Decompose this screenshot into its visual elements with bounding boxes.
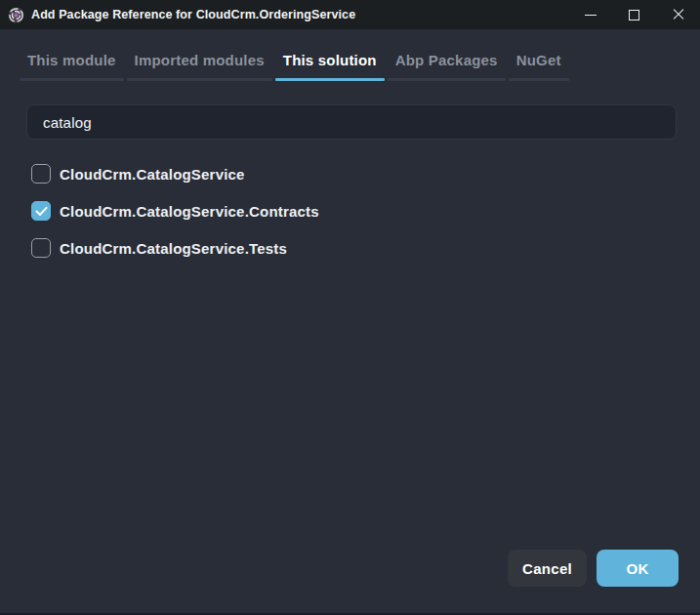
cancel-button[interactable]: Cancel [508, 550, 587, 587]
checkbox-checked-icon[interactable] [31, 201, 51, 221]
maximize-icon [629, 10, 639, 20]
package-row-catalogservice-contracts[interactable]: CloudCrm.CatalogService.Contracts [31, 201, 700, 221]
add-package-reference-dialog: Add Package Reference for CloudCrm.Order… [0, 0, 700, 615]
tab-nuget[interactable]: NuGet [509, 44, 569, 81]
dialog-footer: Cancel OK [508, 550, 679, 587]
checkbox-unchecked-icon[interactable] [31, 164, 51, 184]
abp-studio-logo-icon [8, 7, 24, 23]
search-container [0, 81, 700, 140]
package-row-catalogservice[interactable]: CloudCrm.CatalogService [31, 164, 700, 184]
package-list: CloudCrm.CatalogService CloudCrm.Catalog… [31, 164, 700, 258]
ok-button[interactable]: OK [597, 550, 679, 587]
package-name: CloudCrm.CatalogService [60, 166, 245, 183]
minimize-icon [585, 15, 597, 16]
window-title: Add Package Reference for CloudCrm.Order… [31, 8, 355, 21]
tab-this-module[interactable]: This module [20, 44, 124, 81]
minimize-button[interactable] [568, 0, 612, 29]
package-name: CloudCrm.CatalogService.Tests [60, 240, 287, 257]
tab-bar: This module Imported modules This soluti… [20, 44, 700, 81]
tab-this-solution[interactable]: This solution [275, 44, 385, 81]
close-button[interactable] [656, 0, 700, 29]
tab-imported-modules[interactable]: Imported modules [127, 44, 272, 81]
package-row-catalogservice-tests[interactable]: CloudCrm.CatalogService.Tests [31, 238, 700, 258]
package-name: CloudCrm.CatalogService.Contracts [60, 203, 319, 220]
tab-abp-packages[interactable]: Abp Packages [388, 44, 506, 81]
package-search-input[interactable] [26, 104, 677, 140]
close-icon [673, 9, 684, 20]
checkbox-unchecked-icon[interactable] [31, 238, 51, 258]
maximize-button[interactable] [612, 0, 656, 29]
titlebar[interactable]: Add Package Reference for CloudCrm.Order… [0, 0, 700, 29]
window-controls [568, 0, 700, 29]
